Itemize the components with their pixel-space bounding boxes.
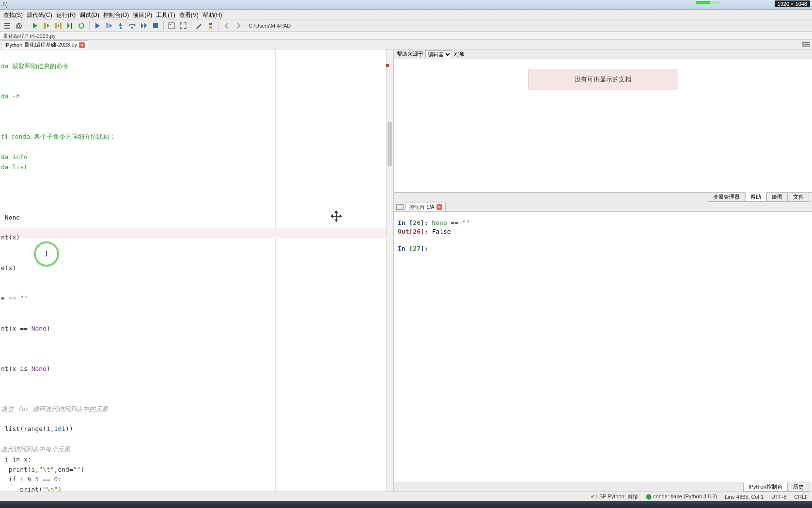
main-area: da 获取帮助信息的命令 da -h 到 conda 各个子命令的详细介绍比如：… [0, 49, 812, 492]
svg-text:@: @ [16, 22, 22, 30]
editor-tabs: IPython 量化编程基础-2023.py × [0, 40, 812, 49]
svg-rect-4 [71, 23, 72, 29]
lsp-status-icon: ✔ [591, 493, 595, 499]
code-line: list(range( [1, 425, 47, 432]
code-line: "\n" [43, 486, 58, 492]
back-icon[interactable] [221, 21, 232, 31]
code-line: ) [80, 466, 84, 473]
code-line: print(i, [1, 466, 39, 473]
stop-icon[interactable] [150, 21, 161, 31]
working-dir[interactable]: C:\Users\MIAPAD [249, 23, 291, 29]
rerun-icon[interactable] [76, 21, 87, 31]
menu-bar: 查找(S) 源代码(C) 运行(R) 调试(D) 控制台(O) 项目(P) 工具… [0, 10, 812, 19]
console-tab-1[interactable]: 控制台 1/A × [406, 203, 446, 211]
continue-icon[interactable] [139, 21, 149, 31]
code-line: ,end= [54, 466, 73, 473]
toolbar-separator [89, 21, 90, 30]
tab-help[interactable]: 帮助 [745, 192, 766, 202]
code-editor[interactable]: da 获取帮助信息的命令 da -h 到 conda 各个子命令的详细介绍比如：… [0, 49, 393, 492]
code-line: None [31, 365, 47, 372]
encoding[interactable]: UTF-8 [771, 494, 786, 500]
code-line: "\t" [39, 466, 54, 473]
code-line: if i % [1, 476, 35, 483]
run-cell-icon[interactable] [41, 21, 52, 31]
run-selection-icon[interactable] [64, 21, 75, 31]
toolbar-separator [219, 21, 219, 30]
code-line: 1 [47, 425, 50, 432]
svg-rect-10 [170, 24, 171, 25]
code-line: 101 [54, 425, 65, 432]
at-icon[interactable]: @ [14, 21, 24, 31]
code-line: da 获取帮助信息的命令 [1, 63, 69, 70]
code-line: )) [65, 425, 73, 432]
preferences-icon[interactable] [194, 21, 204, 31]
menu-tools[interactable]: 工具(T) [155, 11, 176, 18]
tab-plot[interactable]: 绘图 [766, 193, 788, 202]
tab-ipython-console[interactable]: IPython控制台 [743, 482, 788, 492]
menu-run[interactable]: 运行(R) [55, 11, 78, 18]
menu-debug[interactable]: 调试(D) [78, 11, 101, 18]
code-line: print( [1, 486, 43, 492]
menu-find[interactable]: 查找(S) [2, 11, 24, 18]
outline-icon[interactable] [2, 21, 13, 31]
console-text: In [ [398, 219, 413, 226]
menu-help[interactable]: 帮助(H) [201, 11, 224, 18]
line-ending[interactable]: CRLF [794, 494, 808, 500]
console-text: == [447, 219, 462, 226]
editor-content[interactable]: da 获取帮助信息的命令 da -h 到 conda 各个子命令的详细介绍比如：… [0, 49, 393, 492]
menu-project[interactable]: 项目(P) [131, 11, 154, 18]
code-line: da info [1, 153, 28, 160]
help-object-label: 对象 [454, 50, 465, 58]
code-line: ) [58, 486, 62, 492]
run-icon[interactable] [30, 21, 40, 31]
step-over-icon[interactable] [127, 21, 138, 31]
menu-view[interactable]: 查看(V) [178, 11, 200, 18]
help-header: 帮助来源于 编辑器 对象 [394, 49, 812, 59]
close-icon[interactable]: × [437, 204, 442, 210]
breadcrumb-file: 量化编程基础-2023.py [3, 33, 56, 39]
menu-source[interactable]: 源代码(C) [25, 11, 54, 18]
svg-rect-5 [106, 23, 109, 28]
conda-env[interactable]: conda: base (Python 3.8.8) [653, 493, 717, 499]
code-line: nt(x is [1, 365, 31, 372]
tab-variable-explorer[interactable]: 变量管理器 [708, 193, 745, 202]
os-taskbar[interactable] [0, 501, 812, 508]
svg-point-6 [120, 27, 122, 29]
console-tabbar: 控制台 1/A × [394, 202, 812, 212]
tab-history[interactable]: 历史 [788, 483, 809, 492]
console-bottom-tabs: IPython控制台 历史 [394, 482, 812, 492]
options-icon[interactable] [802, 41, 810, 48]
debug-cell-icon[interactable] [104, 21, 114, 31]
run-cell-advance-icon[interactable] [53, 21, 63, 31]
code-line: nt(x) [1, 234, 20, 241]
status-bar: ✔ LSP Python: 就绪 ⬤ conda: base (Python 3… [0, 492, 812, 501]
console-tab-label: 控制台 1/A [409, 204, 435, 211]
maximize-icon[interactable] [178, 21, 188, 31]
tab-file[interactable]: 文件 [788, 193, 809, 202]
close-icon[interactable]: × [79, 42, 85, 48]
code-line: e(x) [1, 264, 16, 271]
console-icon [396, 203, 404, 211]
tab-prefix: IPython [4, 42, 22, 48]
editor-tab-active[interactable]: IPython 量化编程基础-2023.py × [1, 40, 88, 49]
debug-play-icon[interactable] [92, 21, 103, 31]
console-text: 26 [413, 228, 421, 235]
code-line: i in x: [1, 456, 31, 463]
python-icon[interactable] [205, 21, 216, 31]
menu-console[interactable]: 控制台(O) [102, 11, 130, 18]
no-doc-placeholder: 没有可供显示的文档 [528, 69, 678, 90]
code-line: 迭代访问列表中每个元素 [1, 445, 70, 453]
console-text: ]: [421, 245, 432, 252]
console-body[interactable]: In [26]: None == "" Out[26]: False In [2… [394, 212, 812, 482]
cpu-indicator [696, 1, 720, 4]
lsp-status: LSP Python: 就绪 [596, 493, 638, 499]
right-pane: 帮助来源于 编辑器 对象 没有可供显示的文档 变量管理器 帮助 绘图 文件 控制… [393, 49, 812, 492]
window-titlebar: .8) 1920×1048 [0, 0, 812, 10]
times-icon: × [791, 1, 794, 7]
save-layout-icon[interactable] [166, 21, 177, 31]
step-into-icon[interactable] [115, 21, 126, 31]
titlebar-fragment: .8) [1, 1, 8, 8]
help-source-select[interactable]: 编辑器 [425, 50, 452, 58]
svg-point-7 [131, 27, 133, 29]
forward-icon[interactable] [233, 21, 244, 31]
